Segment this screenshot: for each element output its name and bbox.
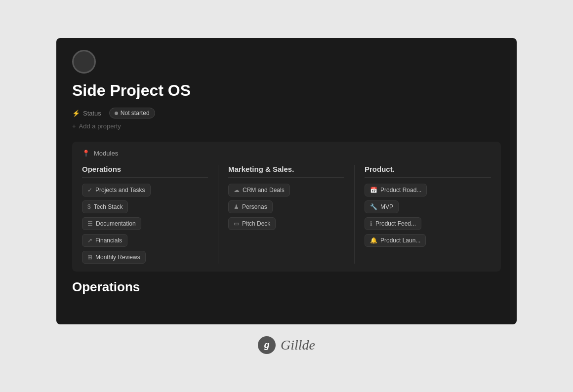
chip-product-launch[interactable]: 🔔 Product Laun... bbox=[365, 234, 426, 247]
add-property-label: Add a property bbox=[79, 122, 121, 130]
status-property-row: ⚡ Status Not started bbox=[72, 108, 501, 118]
product-roadmap-icon: 📅 bbox=[370, 187, 377, 194]
chip-personas[interactable]: ♟ Personas bbox=[228, 200, 273, 213]
modules-icon: 📍 bbox=[82, 150, 90, 157]
product-items: 📅 Product Road... 🔧 MVP ℹ Product Feed..… bbox=[365, 184, 491, 247]
bottom-section: Operations bbox=[72, 279, 501, 295]
column-operations: Operations ✓ Projects and Tasks $ Tech S… bbox=[82, 165, 218, 264]
pitch-deck-icon: ▭ bbox=[234, 220, 239, 227]
status-icon: ⚡ bbox=[72, 110, 80, 117]
brand-logo: g bbox=[258, 336, 276, 354]
projects-tasks-icon: ✓ bbox=[87, 187, 92, 194]
marketing-title: Marketing & Sales. bbox=[228, 165, 344, 178]
financials-icon: ↗ bbox=[87, 237, 92, 244]
chip-projects-tasks[interactable]: ✓ Projects and Tasks bbox=[82, 184, 151, 196]
marketing-items: ☁ CRM and Deals ♟ Personas ▭ Pitch Deck bbox=[228, 184, 344, 230]
status-value: Not started bbox=[121, 110, 150, 117]
app-window: Side Project OS ⚡ Status Not started + A… bbox=[56, 38, 517, 324]
modules-title: Modules bbox=[94, 150, 118, 157]
product-launch-icon: 🔔 bbox=[370, 237, 377, 244]
page-title: Side Project OS bbox=[72, 81, 501, 100]
brand-name: Gillde bbox=[281, 337, 315, 353]
chip-mvp[interactable]: 🔧 MVP bbox=[365, 200, 399, 213]
operations-items: ✓ Projects and Tasks $ Tech Stack ☰ Docu… bbox=[82, 184, 208, 264]
mvp-icon: 🔧 bbox=[370, 203, 377, 210]
crm-deals-icon: ☁ bbox=[234, 187, 240, 194]
tech-stack-icon: $ bbox=[87, 203, 91, 210]
footer-brand: g Gillde bbox=[258, 336, 315, 354]
chip-product-roadmap[interactable]: 📅 Product Road... bbox=[365, 184, 427, 196]
chip-pitch-deck[interactable]: ▭ Pitch Deck bbox=[228, 217, 276, 230]
outer-wrapper: Side Project OS ⚡ Status Not started + A… bbox=[0, 38, 573, 354]
status-dot bbox=[115, 112, 118, 115]
avatar bbox=[72, 50, 96, 74]
product-title: Product. bbox=[365, 165, 491, 178]
add-icon: + bbox=[72, 122, 76, 130]
columns-grid: Operations ✓ Projects and Tasks $ Tech S… bbox=[82, 165, 491, 264]
window-content: Side Project OS ⚡ Status Not started + A… bbox=[56, 38, 517, 324]
column-marketing: Marketing & Sales. ☁ CRM and Deals ♟ Per… bbox=[218, 165, 355, 264]
status-label: ⚡ Status bbox=[72, 110, 101, 117]
chip-crm-deals[interactable]: ☁ CRM and Deals bbox=[228, 184, 290, 196]
chip-monthly-reviews[interactable]: ⊞ Monthly Reviews bbox=[82, 251, 146, 264]
documentation-icon: ☰ bbox=[87, 220, 93, 227]
chip-financials[interactable]: ↗ Financials bbox=[82, 234, 127, 247]
personas-icon: ♟ bbox=[234, 203, 239, 210]
monthly-reviews-icon: ⊞ bbox=[87, 254, 92, 261]
column-product: Product. 📅 Product Road... 🔧 MVP bbox=[355, 165, 491, 264]
chip-tech-stack[interactable]: $ Tech Stack bbox=[82, 200, 128, 213]
operations-title: Operations bbox=[82, 165, 208, 178]
chip-documentation[interactable]: ☰ Documentation bbox=[82, 217, 141, 230]
chip-product-feedback[interactable]: ℹ Product Feed... bbox=[365, 217, 421, 230]
product-feedback-icon: ℹ bbox=[370, 220, 372, 227]
modules-section: 📍 Modules Operations ✓ Projects and Task… bbox=[72, 142, 501, 272]
status-badge[interactable]: Not started bbox=[109, 108, 155, 118]
add-property-button[interactable]: + Add a property bbox=[72, 122, 501, 130]
bottom-title: Operations bbox=[72, 279, 501, 295]
modules-header: 📍 Modules bbox=[82, 150, 491, 157]
